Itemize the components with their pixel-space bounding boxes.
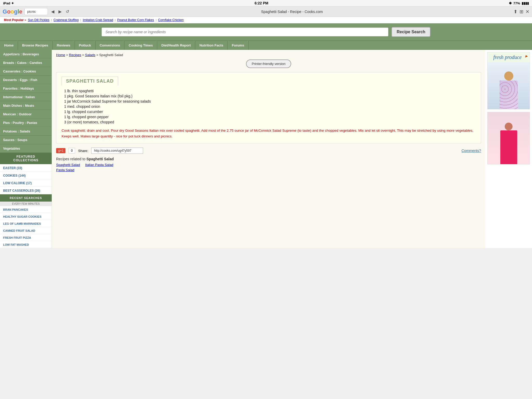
sidebar: Appetizers : Beverages Breads : Cakes : … (0, 50, 52, 248)
recent-searches-header: RECENT SEARCHES (0, 194, 52, 202)
recent-healthy-sugar-cookies[interactable]: HEALTHY SUGAR COOKIES (0, 213, 52, 220)
ingredient-1: 1 lb. thin spaghetti (64, 88, 476, 94)
collection-low-calorie[interactable]: LOW CALORIE (17) (0, 179, 52, 187)
ingredient-7: 3 (or more) tomatoes, chopped (64, 119, 476, 125)
related-recipes-section: Recipes related to Spaghetti Salad Spagh… (56, 157, 481, 172)
recipe-ingredients: 1 lb. thin spaghetti 1 pkg. Good Seasons… (62, 88, 476, 125)
back-button[interactable]: ◀ (50, 9, 56, 15)
tabs-icon[interactable]: ⊞ (520, 9, 523, 15)
ipad-label: iPad ✦ (3, 1, 14, 5)
gplus-button[interactable]: g+1 (56, 148, 65, 153)
share-row: g+1 0 Share: Comments? (56, 148, 481, 154)
ingredient-3: 1 jar McCormick Salad Supreme for season… (64, 99, 476, 104)
recipe-search-button[interactable]: Recipe Search (391, 27, 430, 37)
most-popular-arrow: » (24, 18, 27, 22)
battery-label: 77% (513, 1, 520, 5)
related-link-spaghetti-salad[interactable]: Spaghetti Salad (56, 163, 80, 167)
collection-best-casseroles[interactable]: BEST CASSEROLES (26) (0, 187, 52, 194)
ad-indicator: ▶ (525, 54, 528, 58)
nav-potluck[interactable]: Potluck (75, 41, 96, 50)
bluetooth-icon: ✱ (509, 1, 512, 5)
ad-title: fresh produce (493, 54, 522, 60)
popular-link-4[interactable]: Peanut Butter Corn Flakes (117, 18, 154, 22)
site-header: Recipe Search (0, 23, 532, 41)
page-title: Spaghetti Salad - Recipe - Cooks.com (72, 10, 511, 14)
ingredient-2: 1 pkg. Good Seasons Italian mix (foil pk… (64, 94, 476, 99)
related-links-2: Pasta Salad (56, 168, 481, 172)
browser-nav: ◀ ▶ ↺ (50, 9, 70, 15)
recipe-instructions: Cook spaghetti; drain and cool. Pour dry… (62, 128, 476, 139)
ad-box-2[interactable] (487, 112, 530, 164)
most-popular-bar: Most Popular » Sun Dill Pickles : Crabme… (0, 17, 532, 23)
content-area: Home > Recipes > Salads > Spaghetti Sala… (52, 50, 485, 248)
forward-button[interactable]: ▶ (57, 9, 63, 15)
breadcrumb-recipes[interactable]: Recipes (69, 53, 81, 57)
nav-forums[interactable]: Forums (228, 41, 249, 50)
sidebar-item-vegetables[interactable]: Vegetables (0, 144, 52, 153)
breadcrumb: Home > Recipes > Salads > Spaghetti Sala… (56, 53, 481, 57)
recipe-card: SPAGHETTI SALAD 1 lb. thin spaghetti 1 p… (56, 72, 481, 143)
popular-link-1[interactable]: Sun Dill Pickles (28, 18, 49, 22)
refresh-button[interactable]: ↺ (64, 9, 70, 15)
ad-box-1[interactable]: fresh produce ▶ (487, 52, 530, 109)
nav-conversions[interactable]: Conversions (96, 41, 125, 50)
sidebar-item-pies[interactable]: Pies : Poultry : Pastas (0, 118, 52, 127)
sidebar-item-main-dishes[interactable]: Main Dishes : Meats (0, 101, 52, 110)
sidebar-item-desserts[interactable]: Desserts : Eggs : Fish (0, 76, 52, 84)
related-links: Spaghetti Salad Italian Pasta Salad (56, 163, 481, 167)
featured-collections-header: FEATUREDCOLLECTIONS (0, 153, 52, 164)
most-popular-label: Most Popular (4, 18, 24, 22)
sidebar-item-sauces[interactable]: Sauces : Soups (0, 136, 52, 144)
status-left: iPad ✦ (3, 1, 14, 5)
breadcrumb-home[interactable]: Home (56, 53, 65, 57)
recent-searches-subheader: EVERY FEW MINUTES (0, 202, 52, 206)
recent-fresh-fruit-pizza[interactable]: FRESH FRUIT PIZZA (0, 234, 52, 241)
related-link-italian-pasta-salad[interactable]: Italian Pasta Salad (85, 163, 113, 167)
sidebar-item-mexican[interactable]: Mexican : Outdoor (0, 110, 52, 118)
related-title: Recipes related to Spaghetti Salad (56, 157, 481, 161)
share-url-input[interactable] (91, 148, 143, 154)
browser-chrome: Google ◀ ▶ ↺ Spaghetti Salad - Recipe - … (0, 6, 532, 17)
related-link-pasta-salad[interactable]: Pasta Salad (56, 168, 74, 172)
recent-leg-of-lamb[interactable]: LEG OF LAMB MARINADES (0, 220, 52, 227)
collection-easter[interactable]: EASTER (33) (0, 164, 52, 172)
printer-friendly-button[interactable]: Printer-friendly version (246, 59, 291, 68)
recipe-title: SPAGHETTI SALAD (62, 77, 118, 85)
sidebar-item-favorites[interactable]: Favorites : Holidays (0, 84, 52, 93)
recent-bran-pancakes[interactable]: BRAN PANCAKES (0, 206, 52, 213)
search-input[interactable] (102, 28, 388, 36)
popular-link-2[interactable]: Crabmeat Stuffing (54, 18, 79, 22)
sidebar-item-casseroles[interactable]: Casseroles : Cookies (0, 67, 52, 76)
browser-actions: ⬆ ⊞ ✕ (514, 9, 529, 15)
popular-link-3[interactable]: Imitation Crab Spread (83, 18, 113, 22)
status-time: 6:22 PM (255, 1, 268, 5)
status-right: ✱ 77% ▮▮▮▮ (509, 1, 529, 5)
recent-low-fat-mashed[interactable]: LOW FAT MASHED (0, 241, 52, 248)
sidebar-item-breads[interactable]: Breads : Cakes : Candies (0, 58, 52, 67)
gplus-count: 0 (69, 148, 75, 154)
url-bar[interactable] (24, 8, 48, 15)
ingredient-5: 1 lg. chopped cucumber (64, 109, 476, 114)
sidebar-item-appetizers[interactable]: Appetizers : Beverages (0, 50, 52, 58)
sidebar-item-international[interactable]: International : Italian (0, 93, 52, 101)
ad-column: fresh produce ▶ (485, 50, 532, 248)
ingredient-6: 1 lg. chopped green pepper (64, 114, 476, 119)
main-layout: Appetizers : Beverages Breads : Cakes : … (0, 50, 532, 248)
share-icon[interactable]: ⬆ (514, 9, 517, 15)
recent-canned-fruit-salad[interactable]: CANNED FRUIT SALAD (0, 227, 52, 234)
nav-nutrition-facts[interactable]: Nutrition Facts (195, 41, 228, 50)
nav-cooking-times[interactable]: Cooking Times (124, 41, 157, 50)
nav-reviews[interactable]: Reviews (53, 41, 75, 50)
nav-home[interactable]: Home (0, 41, 18, 50)
nav-diet-health[interactable]: Diet/Health Report (157, 41, 195, 50)
nav-browse-recipes[interactable]: Browse Recipes (18, 41, 52, 50)
close-icon[interactable]: ✕ (526, 9, 529, 15)
sidebar-item-potatoes[interactable]: Potatoes : Salads (0, 127, 52, 136)
breadcrumb-salads[interactable]: Salads (85, 53, 95, 57)
battery-icon: ▮▮▮▮ (522, 1, 529, 5)
google-logo: Google (3, 8, 22, 15)
comments-link[interactable]: Comments? (462, 149, 481, 153)
main-nav: Home Browse Recipes Reviews Potluck Conv… (0, 41, 532, 50)
collection-cookies[interactable]: COOKIES (144) (0, 172, 52, 179)
popular-link-5[interactable]: Cornflake Chicken (158, 18, 184, 22)
